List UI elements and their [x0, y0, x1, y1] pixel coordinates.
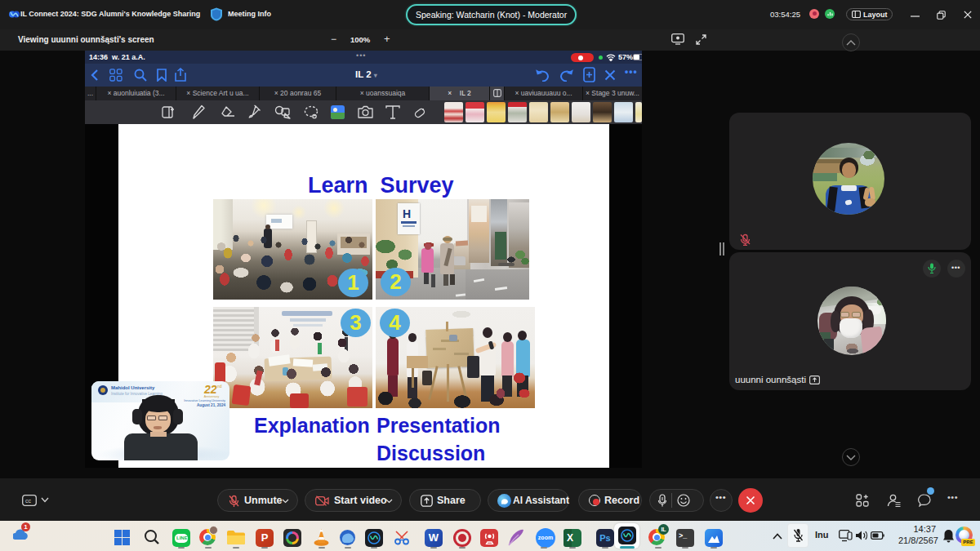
svg-text:cc: cc — [25, 498, 32, 504]
